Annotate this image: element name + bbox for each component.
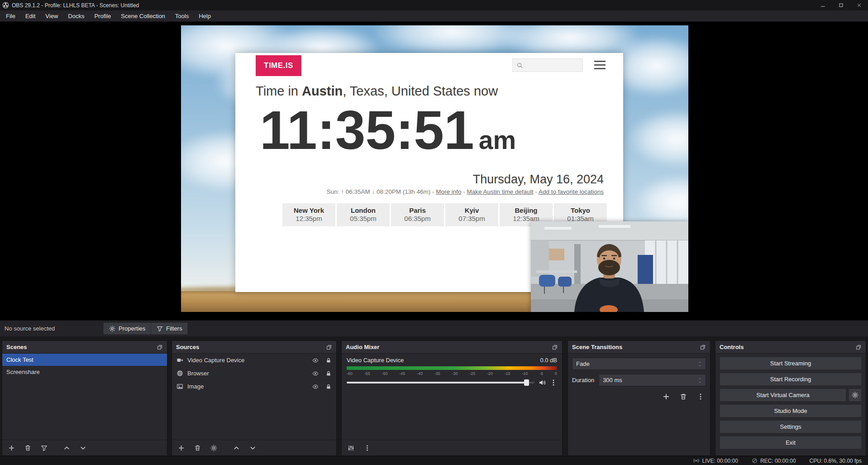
world-clock-london: London 05:35pm <box>337 203 390 226</box>
timeis-clock-time: 11:35:51 <box>260 96 474 165</box>
start-recording-button[interactable]: Start Recording <box>720 373 862 386</box>
start-streaming-button[interactable]: Start Streaming <box>720 357 862 370</box>
eye-icon[interactable] <box>312 370 319 377</box>
webcam-overlay[interactable] <box>531 221 688 312</box>
scene-transitions-panel: Scene Transitions Fade Duration 300 ms <box>568 340 711 456</box>
gear-icon <box>109 326 115 332</box>
add-transition-button[interactable] <box>662 392 671 401</box>
mixer-db-value: 0.0 dB <box>540 357 557 364</box>
audio-mixer-panel: Audio Mixer Video Capture Device 0.0 dB … <box>341 340 563 456</box>
lock-icon[interactable] <box>325 357 332 364</box>
record-inactive-icon <box>752 458 758 464</box>
sources-panel-header[interactable]: Sources <box>172 341 336 354</box>
move-scene-up-button[interactable] <box>62 443 71 452</box>
settings-button[interactable]: Settings <box>720 420 862 433</box>
remove-source-button[interactable] <box>193 443 202 452</box>
spin-down-button[interactable] <box>698 381 702 384</box>
mixer-kebab-icon[interactable] <box>550 379 557 386</box>
move-scene-down-button[interactable] <box>78 443 87 452</box>
timeis-clock-ampm: am <box>479 125 516 155</box>
lock-icon[interactable] <box>325 384 332 390</box>
audio-mixer-header[interactable]: Audio Mixer <box>342 341 562 354</box>
eye-icon[interactable] <box>312 357 319 364</box>
selected-source-status: No source selected <box>5 325 55 332</box>
move-source-down-button[interactable] <box>248 443 257 452</box>
menu-profile[interactable]: Profile <box>89 10 116 21</box>
transition-select[interactable]: Fade <box>572 358 706 370</box>
menu-scene-collection[interactable]: Scene Collection <box>116 10 170 21</box>
popout-icon[interactable] <box>700 344 706 350</box>
filter-icon <box>157 326 163 332</box>
mixer-toolbar <box>342 440 562 455</box>
virtual-camera-config-button[interactable] <box>849 388 862 402</box>
sources-list: Video Capture Device Browser Image <box>172 354 336 440</box>
add-scene-button[interactable] <box>7 443 16 452</box>
scenes-panel-header[interactable]: Scenes <box>2 341 167 354</box>
exit-button[interactable]: Exit <box>720 436 862 449</box>
add-source-button[interactable] <box>176 443 186 452</box>
menu-docks[interactable]: Docks <box>63 10 89 21</box>
menu-help[interactable]: Help <box>194 10 216 21</box>
preview-area[interactable]: TIME.IS Time in Austin, Texas, United St… <box>0 22 868 320</box>
popout-icon[interactable] <box>157 344 163 350</box>
menu-edit[interactable]: Edit <box>20 10 40 21</box>
filter-icon <box>41 445 48 451</box>
duration-spinbox[interactable]: 300 ms <box>599 374 706 386</box>
close-button[interactable] <box>850 0 868 10</box>
remove-scene-button[interactable] <box>23 443 32 452</box>
broadcast-icon <box>693 458 699 464</box>
remove-transition-button[interactable] <box>679 392 688 401</box>
start-virtual-camera-button[interactable]: Start Virtual Camera <box>720 388 846 402</box>
rec-status: REC: 00:00:00 <box>752 458 796 464</box>
transitions-panel-title: Scene Transitions <box>572 344 622 350</box>
mixer-source-name: Video Capture Device <box>347 357 404 364</box>
popout-icon[interactable] <box>326 344 332 350</box>
source-properties-button[interactable] <box>209 443 218 452</box>
menu-file[interactable]: File <box>1 10 20 21</box>
eye-icon[interactable] <box>312 384 319 390</box>
move-source-up-button[interactable] <box>232 443 241 452</box>
scene-item-clock-test[interactable]: Clock Test <box>2 354 167 366</box>
cloud-shape <box>634 175 688 229</box>
scenes-panel: Scenes Clock Test Screenshare <box>2 340 167 456</box>
volume-slider-handle[interactable] <box>524 379 529 386</box>
controls-panel: Controls Start Streaming Start Recording… <box>715 340 866 456</box>
menu-view[interactable]: View <box>40 10 63 21</box>
volume-slider[interactable] <box>347 382 534 384</box>
controls-panel-header[interactable]: Controls <box>715 341 866 354</box>
properties-button[interactable]: Properties <box>103 322 151 335</box>
plus-icon <box>663 393 670 400</box>
transition-menu-button[interactable] <box>696 392 705 401</box>
audio-mixer-title: Audio Mixer <box>346 344 379 350</box>
maximize-icon <box>839 3 844 8</box>
advanced-audio-button[interactable] <box>346 443 355 452</box>
popout-icon[interactable] <box>855 344 862 350</box>
source-item-image[interactable]: Image <box>172 380 336 393</box>
scenes-toolbar <box>2 440 167 455</box>
scene-filters-button[interactable] <box>39 443 48 452</box>
maximize-button[interactable] <box>832 0 850 10</box>
menu-tools[interactable]: Tools <box>170 10 194 21</box>
window-titlebar[interactable]: OBS 29.1.2 - Profile: LLHLS BETA - Scene… <box>0 0 868 10</box>
controls-panel-title: Controls <box>720 344 744 350</box>
timeis-make-default-link: Make Austin time default <box>467 188 534 195</box>
gear-icon <box>852 392 858 398</box>
search-icon <box>516 62 523 69</box>
spin-up-button[interactable] <box>698 377 702 380</box>
filters-button[interactable]: Filters <box>151 322 188 335</box>
transitions-panel-header[interactable]: Scene Transitions <box>568 341 710 354</box>
popout-icon[interactable] <box>552 344 558 350</box>
scenes-panel-title: Scenes <box>6 344 27 350</box>
preview-canvas[interactable]: TIME.IS Time in Austin, Texas, United St… <box>181 25 688 312</box>
source-item-browser[interactable]: Browser <box>172 367 336 380</box>
minimize-button[interactable] <box>814 0 832 10</box>
mixer-menu-button[interactable] <box>362 443 372 452</box>
scene-item-screenshare[interactable]: Screenshare <box>2 366 167 378</box>
lock-icon[interactable] <box>325 370 332 377</box>
duration-label: Duration <box>572 377 594 384</box>
source-item-video-capture[interactable]: Video Capture Device <box>172 354 336 367</box>
speaker-icon[interactable] <box>539 379 546 386</box>
obs-window: OBS 29.1.2 - Profile: LLHLS BETA - Scene… <box>0 0 868 465</box>
obs-logo-icon <box>2 2 9 9</box>
studio-mode-button[interactable]: Studio Mode <box>720 404 862 417</box>
